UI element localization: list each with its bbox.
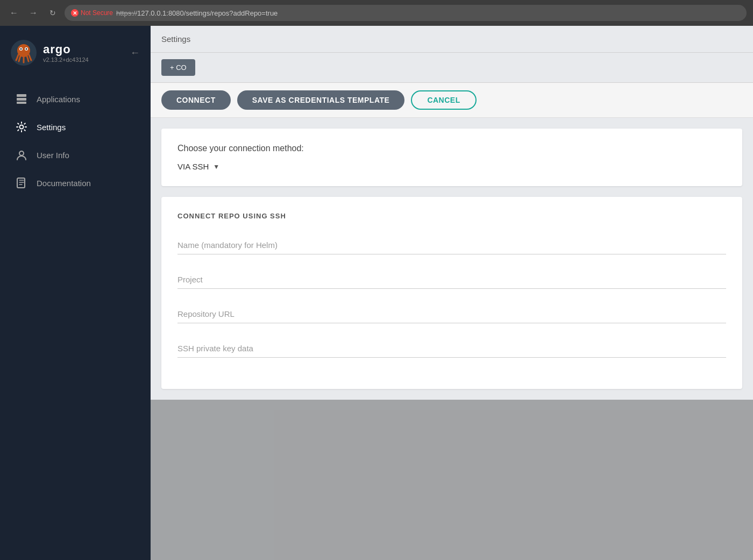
svg-rect-7 (17, 102, 26, 104)
connection-method-label: Choose your connection method: (177, 144, 726, 153)
person-icon (15, 148, 28, 161)
svg-point-3 (20, 48, 22, 50)
add-repo-button-label: + CO (170, 63, 187, 72)
modal-action-bar: CONNECT SAVE AS CREDENTIALS TEMPLATE CAN… (151, 83, 753, 118)
top-bar: Settings (151, 26, 753, 53)
app-container: argo v2.13.2+dc43124 ← Applications (0, 26, 753, 560)
forward-button[interactable]: → (26, 5, 41, 20)
repo-url-field-container (177, 305, 726, 323)
svg-point-9 (19, 151, 24, 155)
sidebar-item-documentation[interactable]: Documentation (4, 169, 146, 197)
sidebar-item-applications-label: Applications (37, 95, 80, 104)
sidebar-item-settings[interactable]: Settings (4, 113, 146, 141)
project-input[interactable] (177, 271, 726, 289)
back-button[interactable]: ← (6, 5, 22, 20)
name-field-container (177, 236, 726, 254)
cancel-button[interactable]: CANCEL (411, 90, 476, 110)
action-bar: + CO (151, 53, 753, 83)
not-secure-badge: ✕ Not Secure (71, 9, 113, 17)
svg-rect-6 (17, 98, 26, 101)
connection-method-dropdown[interactable]: VIA SSH ▼ (177, 162, 726, 171)
logo-text-area: argo v2.13.2+dc43124 (43, 42, 89, 63)
url-prefix: https:// (116, 9, 137, 17)
sidebar-item-user-info[interactable]: User Info (4, 141, 146, 169)
form-panel: CONNECT REPO USING SSH (161, 197, 742, 389)
logo-area: argo v2.13.2+dc43124 ← (0, 31, 151, 74)
avatar (11, 40, 37, 66)
sidebar-item-settings-label: Settings (37, 123, 66, 132)
connection-method-value: VIA SSH (177, 162, 209, 171)
form-section-title: CONNECT REPO USING SSH (177, 212, 726, 220)
add-repo-button[interactable]: + CO (161, 59, 195, 76)
project-field-container (177, 271, 726, 289)
sidebar-item-user-info-label: User Info (37, 151, 69, 160)
address-bar[interactable]: ✕ Not Secure https://127.0.0.1:8080/sett… (65, 5, 747, 21)
svg-point-0 (17, 44, 30, 57)
logo-version: v2.13.2+dc43124 (43, 56, 89, 63)
refresh-button[interactable]: ↻ (45, 5, 60, 20)
chevron-down-icon: ▼ (213, 163, 219, 171)
svg-point-8 (20, 125, 24, 129)
layers-icon (15, 93, 28, 105)
sidebar-collapse-button[interactable]: ← (130, 47, 140, 59)
browser-chrome: ← → ↻ ✕ Not Secure https://127.0.0.1:808… (0, 0, 753, 26)
not-secure-label: Not Secure (81, 9, 113, 17)
repo-url-input[interactable] (177, 305, 726, 323)
modal-overlay: CONNECT SAVE AS CREDENTIALS TEMPLATE CAN… (151, 83, 753, 560)
url-text: https://127.0.0.1:8080/settings/repos?ad… (116, 9, 278, 17)
form-container: Choose your connection method: VIA SSH ▼… (151, 118, 753, 400)
cancel-button-label: CANCEL (427, 96, 460, 104)
breadcrumb: Settings (161, 34, 190, 44)
connect-button[interactable]: CONNECT (161, 90, 231, 110)
save-template-button[interactable]: SAVE AS CREDENTIALS TEMPLATE (237, 90, 405, 110)
connect-button-label: CONNECT (176, 96, 216, 104)
sidebar-nav: Applications Settings (0, 85, 151, 197)
svg-rect-10 (17, 178, 25, 188)
save-template-button-label: SAVE AS CREDENTIALS TEMPLATE (252, 96, 390, 104)
sidebar-item-documentation-label: Documentation (37, 179, 91, 188)
book-icon (15, 176, 28, 189)
main-content: Settings + CO CONNECT SAVE AS CREDENTIAL… (151, 26, 753, 560)
logo-name: argo (43, 42, 89, 56)
gear-icon (15, 120, 28, 133)
url-main: 127.0.0.1:8080/settings/repos?addRepo=tr… (137, 9, 278, 17)
svg-rect-5 (17, 94, 26, 97)
ssh-key-input[interactable] (177, 339, 726, 358)
sidebar-item-applications[interactable]: Applications (4, 85, 146, 113)
not-secure-icon: ✕ (71, 9, 79, 17)
sidebar: argo v2.13.2+dc43124 ← Applications (0, 26, 151, 560)
content-area: CONNECT SAVE AS CREDENTIALS TEMPLATE CAN… (151, 83, 753, 560)
svg-point-4 (26, 48, 27, 50)
connection-method-panel: Choose your connection method: VIA SSH ▼ (161, 129, 742, 186)
ssh-key-field-container (177, 339, 726, 358)
octopus-logo (13, 42, 34, 63)
name-input[interactable] (177, 236, 726, 254)
